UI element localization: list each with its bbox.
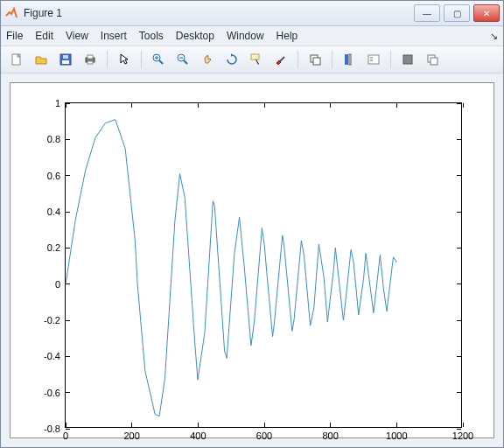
svg-rect-23	[403, 55, 412, 64]
colorbar-icon[interactable]	[339, 49, 360, 70]
window-title: Figure 1	[24, 7, 414, 19]
annotation-icon[interactable]	[397, 49, 418, 70]
plot-area: -0.8-0.6-0.4-0.200.20.40.60.810200400600…	[10, 82, 494, 438]
svg-rect-14	[251, 54, 259, 60]
svg-rect-25	[430, 58, 438, 65]
minimize-button[interactable]: —	[414, 4, 440, 22]
y-tick-label: -0.2	[44, 315, 60, 326]
pointer-icon[interactable]	[114, 49, 135, 70]
x-tick-label: 0	[63, 430, 68, 441]
menu-tools[interactable]: Tools	[139, 30, 164, 42]
y-tick-label: -0.6	[44, 388, 60, 398]
menu-desktop[interactable]: Desktop	[176, 30, 214, 42]
menu-help[interactable]: Help	[276, 30, 298, 42]
new-file-icon[interactable]	[6, 49, 27, 70]
svg-line-8	[159, 60, 163, 64]
toolbar-separator	[298, 51, 298, 68]
x-tick-label: 1200	[452, 430, 473, 441]
open-icon[interactable]	[31, 49, 52, 70]
dock-icon[interactable]: ↘	[490, 31, 498, 42]
x-tick-label: 800	[322, 430, 338, 441]
menu-view[interactable]: View	[66, 30, 88, 42]
toolbar-separator	[141, 51, 142, 68]
zoom-in-icon[interactable]	[148, 49, 169, 70]
svg-rect-2	[62, 60, 69, 64]
svg-rect-5	[88, 55, 93, 59]
legend-icon[interactable]	[363, 49, 384, 70]
y-tick-label: 0.4	[47, 206, 60, 217]
toolbar-separator	[332, 51, 332, 68]
close-button[interactable]: ✕	[473, 4, 500, 22]
y-tick-label: 1	[55, 98, 60, 108]
save-icon[interactable]	[55, 49, 76, 70]
menu-file[interactable]: File	[6, 30, 23, 42]
datacursor-icon[interactable]	[246, 49, 267, 70]
menu-insert[interactable]: Insert	[101, 30, 127, 42]
zoom-out-icon[interactable]	[172, 49, 193, 70]
svg-rect-17	[313, 58, 320, 65]
y-tick-label: 0.6	[47, 171, 60, 181]
y-tick-label: 0.8	[47, 134, 60, 144]
line-series	[66, 103, 463, 429]
x-tick-label: 1000	[386, 430, 407, 441]
svg-rect-6	[88, 61, 93, 64]
x-tick-label: 200	[123, 430, 139, 441]
print-icon[interactable]	[80, 49, 101, 70]
svg-rect-19	[349, 54, 351, 65]
y-tick-label: -0.4	[44, 351, 60, 361]
x-tick-label: 600	[256, 430, 272, 441]
toolbar-separator	[390, 51, 391, 68]
menu-window[interactable]: Window	[227, 30, 264, 42]
toolbar	[1, 46, 503, 74]
link-icon[interactable]	[304, 49, 326, 70]
figure-window: Figure 1 — ▢ ✕ File Edit View Insert Too…	[0, 0, 504, 448]
menu-bar: File Edit View Insert Tools Desktop Wind…	[1, 26, 503, 46]
svg-rect-3	[63, 55, 68, 59]
y-tick-label: 0	[55, 279, 60, 290]
matlab-icon	[4, 6, 18, 20]
menu-edit[interactable]: Edit	[35, 30, 53, 42]
svg-line-15	[280, 57, 284, 61]
toolbar-separator	[107, 51, 108, 68]
svg-rect-18	[345, 54, 348, 65]
brush-icon[interactable]	[270, 49, 291, 70]
rotate-icon[interactable]	[221, 49, 242, 70]
x-tick-label: 400	[190, 430, 206, 441]
y-tick-label: 0.2	[47, 242, 60, 253]
title-bar: Figure 1 — ▢ ✕	[1, 1, 503, 26]
axes[interactable]: -0.8-0.6-0.4-0.200.20.40.60.810200400600…	[65, 102, 462, 428]
y-tick-label: -0.8	[44, 424, 60, 434]
svg-line-12	[184, 60, 187, 64]
pan-icon[interactable]	[197, 49, 218, 70]
svg-rect-20	[368, 55, 379, 64]
maximize-button[interactable]: ▢	[444, 4, 470, 22]
copy-icon[interactable]	[422, 49, 443, 70]
plot-frame: -0.8-0.6-0.4-0.200.20.40.60.810200400600…	[1, 74, 503, 447]
window-controls: — ▢ ✕	[414, 4, 500, 22]
